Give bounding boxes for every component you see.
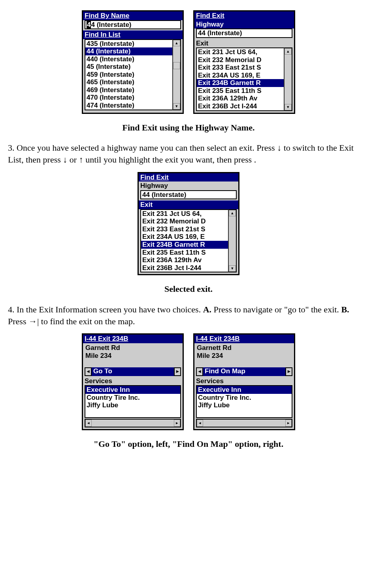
hscroll-right-icon[interactable]: ▸ bbox=[285, 420, 292, 427]
exit-info-goto-screen: I-44 Exit 234B Garnett Rd Mile 234 ◂ Go … bbox=[82, 333, 184, 430]
list-item[interactable]: Exit 234B Garnett R bbox=[197, 79, 284, 87]
list-item[interactable]: 45 (Interstate) bbox=[85, 63, 172, 71]
highway-label: Highway bbox=[139, 182, 238, 190]
list-item[interactable]: 435 (Interstate) bbox=[85, 40, 172, 48]
action-left-arrow-icon[interactable]: ◂ bbox=[85, 367, 92, 376]
list-item[interactable]: Exit 232 Memorial D bbox=[141, 217, 228, 225]
find-exit-title: Find Exit bbox=[139, 173, 238, 182]
list-item[interactable]: Exit 236A 129th Av bbox=[141, 256, 228, 264]
scroll-thumb[interactable] bbox=[173, 62, 180, 69]
exit-info-findonmap-screen: I-44 Exit 234B Garnett Rd Mile 234 ◂ Fin… bbox=[193, 333, 295, 430]
list-item[interactable]: Exit 236B Jct I-244 bbox=[197, 102, 284, 110]
exit-mile: Mile 234 bbox=[85, 352, 180, 360]
service-item[interactable]: Jiffy Lube bbox=[197, 401, 292, 409]
find-exit-screen-2: Find Exit Highway 44 (Interstate) Exit E… bbox=[138, 172, 239, 276]
exit-mile: Mile 234 bbox=[197, 352, 292, 360]
input-cursor: 4 bbox=[87, 21, 91, 28]
horizontal-scrollbar[interactable]: ◂ ▸ bbox=[85, 419, 181, 427]
service-item[interactable]: Executive Inn bbox=[85, 386, 180, 394]
action-right-arrow-icon[interactable]: ▸ bbox=[285, 367, 292, 376]
input-rest: 4 (Interstate) bbox=[91, 21, 131, 28]
services-list[interactable]: Executive InnCountry Tire Inc.Jiffy Lube bbox=[85, 385, 181, 418]
list-item[interactable]: 469 (Interstate) bbox=[85, 86, 172, 94]
hscroll-left-icon[interactable]: ◂ bbox=[197, 420, 203, 427]
exit-label: Exit bbox=[139, 200, 238, 209]
vertical-scrollbar[interactable]: ▴ ▾ bbox=[228, 209, 237, 272]
list-item[interactable]: Exit 232 Memorial D bbox=[197, 56, 284, 64]
scroll-up-icon[interactable]: ▴ bbox=[173, 40, 180, 46]
paragraph-step-3: 3. Once you have selected a highway name… bbox=[8, 142, 369, 165]
list-item[interactable]: 470 (Interstate) bbox=[85, 94, 172, 102]
figure-3-caption: "Go To" option, left, "Find On Map" opti… bbox=[8, 438, 369, 450]
paragraph-step-4: 4. In the Exit Information screen you ha… bbox=[8, 304, 369, 327]
action-selector[interactable]: ◂ Find On Map ▸ bbox=[196, 367, 292, 376]
service-item[interactable]: Executive Inn bbox=[197, 386, 292, 394]
highway-value[interactable]: 44 (Interstate) bbox=[140, 190, 237, 200]
exit-listbox[interactable]: Exit 231 Jct US 64,Exit 232 Memorial DEx… bbox=[196, 47, 284, 111]
p4-bold-b: B. bbox=[341, 304, 349, 314]
exit-label: Exit bbox=[194, 39, 294, 48]
services-label: Services bbox=[194, 377, 294, 386]
find-exit-title: Find Exit bbox=[194, 11, 294, 20]
list-item[interactable]: 474 (Interstate) bbox=[85, 102, 172, 110]
list-item[interactable]: 465 (Interstate) bbox=[85, 78, 172, 86]
hscroll-left-icon[interactable]: ◂ bbox=[85, 420, 92, 427]
scroll-up-icon[interactable]: ▴ bbox=[285, 48, 292, 55]
p4-text-c: Press →| to find the exit on the map. bbox=[8, 316, 135, 326]
exit-listbox[interactable]: Exit 231 Jct US 64,Exit 232 Memorial DEx… bbox=[140, 209, 228, 272]
list-item[interactable]: Exit 233 East 21st S bbox=[141, 225, 228, 233]
service-item[interactable]: Country Tire Inc. bbox=[197, 394, 292, 402]
list-item[interactable]: Exit 236A 129th Av bbox=[197, 95, 284, 102]
exit-listbox-wrap: Exit 231 Jct US 64,Exit 232 Memorial DEx… bbox=[196, 47, 292, 111]
scroll-down-icon[interactable]: ▾ bbox=[173, 103, 180, 110]
list-item[interactable]: Exit 231 Jct US 64, bbox=[197, 48, 284, 56]
highway-label: Highway bbox=[194, 20, 294, 29]
list-item[interactable]: Exit 233 East 21st S bbox=[197, 64, 284, 72]
action-left-arrow-icon[interactable]: ◂ bbox=[196, 367, 203, 376]
action-selector[interactable]: ◂ Go To ▸ bbox=[85, 367, 181, 376]
scroll-up-icon[interactable]: ▴ bbox=[229, 210, 236, 216]
figure-1-row: Find By Name 44 (Interstate) Find In Lis… bbox=[8, 10, 369, 114]
action-label: Find On Map bbox=[203, 367, 285, 376]
figure-2-row: Find Exit Highway 44 (Interstate) Exit E… bbox=[8, 172, 369, 276]
scroll-down-icon[interactable]: ▾ bbox=[285, 104, 292, 110]
highway-listbox[interactable]: 435 (Interstate)44 (Interstate)440 (Inte… bbox=[85, 39, 172, 110]
find-by-name-title: Find By Name bbox=[83, 11, 183, 20]
service-item[interactable]: Country Tire Inc. bbox=[85, 394, 180, 402]
exit-road-name: Garnett Rd bbox=[85, 344, 180, 352]
list-item[interactable]: 459 (Interstate) bbox=[85, 71, 172, 79]
vertical-scrollbar[interactable]: ▴ ▾ bbox=[172, 39, 181, 110]
vertical-scrollbar[interactable]: ▴ ▾ bbox=[284, 47, 292, 111]
horizontal-scrollbar[interactable]: ◂ ▸ bbox=[196, 419, 292, 427]
services-list[interactable]: Executive InnCountry Tire Inc.Jiffy Lube bbox=[196, 385, 292, 418]
p4-text-b: Press to navigate or "go to" the exit. bbox=[211, 304, 341, 314]
list-item[interactable]: Exit 231 Jct US 64, bbox=[141, 210, 228, 218]
exit-info-title: I-44 Exit 234B bbox=[83, 335, 183, 343]
highway-name-input[interactable]: 44 (Interstate) bbox=[85, 20, 181, 30]
exit-listbox-wrap: Exit 231 Jct US 64,Exit 232 Memorial DEx… bbox=[140, 209, 237, 272]
exit-info-body: Garnett Rd Mile 234 bbox=[194, 343, 294, 367]
highway-listbox-wrap: 435 (Interstate)44 (Interstate)440 (Inte… bbox=[85, 39, 181, 110]
figure-3-row: I-44 Exit 234B Garnett Rd Mile 234 ◂ Go … bbox=[8, 333, 369, 430]
list-item[interactable]: Exit 234B Garnett R bbox=[141, 241, 228, 249]
p4-bold-a: A. bbox=[203, 304, 211, 314]
find-by-name-screen: Find By Name 44 (Interstate) Find In Lis… bbox=[82, 10, 184, 114]
exit-road-name: Garnett Rd bbox=[197, 344, 292, 352]
figure-2-caption: Selected exit. bbox=[8, 283, 369, 295]
hscroll-right-icon[interactable]: ▸ bbox=[174, 420, 180, 427]
list-item[interactable]: Exit 234A US 169, E bbox=[141, 233, 228, 241]
list-item[interactable]: 440 (Interstate) bbox=[85, 55, 172, 63]
highway-value[interactable]: 44 (Interstate) bbox=[196, 28, 292, 38]
services-label: Services bbox=[83, 377, 183, 386]
find-in-list-title: Find In List bbox=[83, 30, 183, 39]
list-item[interactable]: 44 (Interstate) bbox=[85, 47, 172, 55]
list-item[interactable]: Exit 236B Jct I-244 bbox=[141, 264, 228, 272]
service-item[interactable]: Jiffy Lube bbox=[85, 401, 180, 409]
find-exit-screen-1: Find Exit Highway 44 (Interstate) Exit E… bbox=[193, 10, 295, 114]
list-item[interactable]: Exit 235 East 11th S bbox=[197, 87, 284, 95]
action-label: Go To bbox=[92, 367, 174, 376]
list-item[interactable]: Exit 234A US 169, E bbox=[197, 72, 284, 79]
list-item[interactable]: Exit 235 East 11th S bbox=[141, 249, 228, 257]
action-right-arrow-icon[interactable]: ▸ bbox=[174, 367, 181, 376]
scroll-down-icon[interactable]: ▾ bbox=[229, 265, 236, 272]
